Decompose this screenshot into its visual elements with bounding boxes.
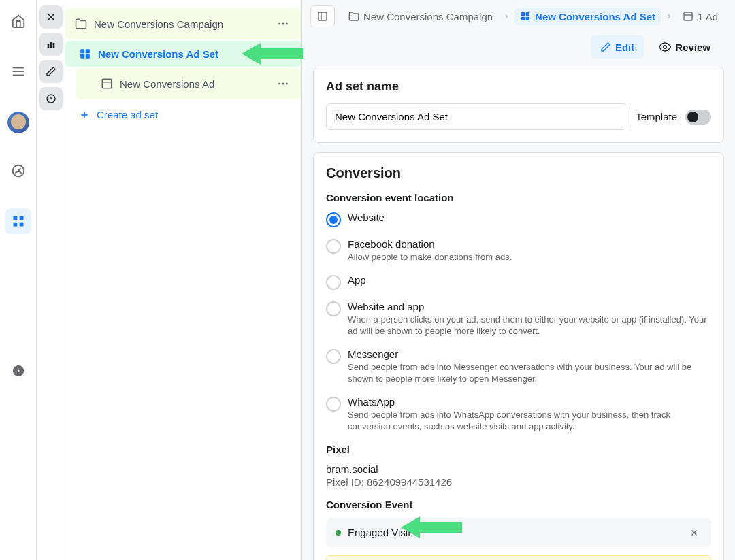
chevron-right-icon	[665, 12, 673, 20]
chevron-right-icon	[502, 12, 510, 20]
ad-icon	[683, 11, 693, 22]
conversion-card: Conversion Conversion event location Web…	[313, 152, 724, 560]
option-desc: Allow people to make donations from ads.	[348, 251, 512, 263]
radio-indicator	[326, 239, 341, 254]
review-button[interactable]: Review	[649, 35, 720, 59]
pixel-title: Pixel	[326, 444, 711, 455]
svg-point-25	[282, 83, 284, 85]
radio-indicator	[326, 397, 341, 412]
radio-indicator	[326, 349, 341, 364]
svg-rect-11	[50, 42, 52, 48]
svg-point-37	[664, 46, 667, 49]
radio-indicator	[326, 301, 341, 316]
breadcrumb-bar: New Conversions Campaign New Conversions…	[302, 0, 735, 33]
adset-name-title: Ad set name	[326, 80, 711, 94]
home-icon[interactable]	[5, 8, 31, 34]
clear-event-icon[interactable]	[687, 525, 702, 540]
eye-icon	[659, 41, 671, 53]
pencil-icon[interactable]	[39, 60, 63, 83]
svg-marker-21	[242, 43, 303, 65]
ios-warning: This event hasn't been prioritized for i…	[326, 555, 711, 560]
tree-campaign-label: New Conversions Campaign	[94, 18, 267, 30]
review-label: Review	[675, 42, 710, 53]
grid-icon[interactable]	[5, 208, 31, 234]
chart-icon[interactable]	[39, 33, 63, 56]
tree-ad-label: New Conversions Ad	[120, 78, 267, 90]
option-title: Facebook donation	[348, 238, 512, 250]
edit-label: Edit	[615, 42, 634, 53]
breadcrumb-adset-label: New Conversions Ad Set	[535, 11, 655, 22]
svg-point-15	[282, 23, 284, 25]
pixel-id: Pixel ID: 862409944531426	[326, 476, 711, 488]
tree-campaign-item[interactable]: New Conversions Campaign	[65, 8, 301, 39]
breadcrumb-campaign-label: New Conversions Campaign	[363, 11, 493, 22]
template-label: Template	[636, 111, 677, 122]
option-title: Website and app	[348, 301, 711, 312]
adset-grid-icon	[520, 11, 531, 22]
svg-rect-22	[102, 79, 112, 88]
breadcrumb-ad[interactable]: 1 Ad	[677, 8, 723, 25]
status-dot-icon	[336, 530, 341, 536]
create-adset-button[interactable]: Create ad set	[65, 101, 301, 129]
svg-rect-4	[13, 216, 17, 220]
conversion-location-title: Conversion event location	[326, 192, 711, 203]
conversion-title: Conversion	[326, 165, 711, 181]
svg-rect-20	[86, 54, 90, 59]
svg-point-14	[278, 23, 280, 25]
ad-icon	[101, 78, 113, 90]
svg-point-16	[286, 23, 288, 25]
more-icon[interactable]	[274, 75, 292, 93]
left-icon-rail	[0, 0, 37, 560]
breadcrumb-campaign[interactable]: New Conversions Campaign	[343, 8, 498, 25]
radio-website[interactable]: Website	[326, 212, 711, 227]
svg-rect-5	[19, 216, 23, 220]
conversion-event-value: Engaged Visit	[348, 527, 687, 538]
tree-ad-item[interactable]: New Conversions Ad	[76, 68, 301, 99]
menu-icon[interactable]	[5, 59, 31, 84]
pencil-icon	[600, 42, 611, 52]
svg-rect-31	[521, 12, 525, 16]
svg-rect-32	[526, 12, 529, 16]
edit-button[interactable]: Edit	[591, 35, 644, 59]
svg-rect-12	[52, 43, 54, 48]
svg-point-26	[286, 83, 288, 85]
conversion-event-title: Conversion Event	[326, 499, 711, 510]
svg-rect-34	[526, 17, 529, 20]
user-avatar[interactable]	[7, 112, 29, 133]
main-panel: New Conversions Campaign New Conversions…	[302, 0, 735, 560]
conversion-event-select[interactable]: Engaged Visit	[326, 518, 711, 547]
radio-messenger[interactable]: Messenger Send people from ads into Mess…	[326, 348, 711, 385]
option-title: App	[348, 274, 366, 286]
highlight-arrow-icon	[401, 515, 462, 540]
option-desc: Send people from ads into WhatsApp conve…	[348, 409, 711, 433]
svg-rect-18	[86, 49, 90, 53]
radio-website-and-app[interactable]: Website and app When a person clicks on …	[326, 301, 711, 337]
svg-rect-6	[13, 223, 17, 227]
radio-app[interactable]: App	[326, 274, 711, 290]
folder-icon	[348, 11, 359, 22]
more-icon[interactable]	[274, 15, 292, 33]
breadcrumb-adset[interactable]: New Conversions Ad Set	[514, 8, 661, 25]
plus-icon	[79, 110, 90, 120]
option-title: WhatsApp	[348, 396, 711, 408]
vertical-toolbar	[37, 0, 65, 560]
expand-rail-icon[interactable]	[13, 365, 24, 376]
option-title: Website	[348, 212, 385, 223]
pixel-name: bram.social	[326, 463, 711, 475]
template-toggle[interactable]	[685, 110, 711, 125]
collapse-panel-icon[interactable]	[310, 5, 335, 27]
svg-rect-29	[318, 12, 327, 20]
adset-name-input[interactable]	[326, 103, 627, 130]
tree-adset-item[interactable]: New Conversions Ad Set	[65, 41, 301, 67]
option-desc: Send people from ads into Messenger conv…	[348, 361, 711, 385]
radio-whatsapp[interactable]: WhatsApp Send people from ads into Whats…	[326, 396, 711, 433]
folder-icon	[75, 18, 87, 30]
radio-facebook-donation[interactable]: Facebook donation Allow people to make d…	[326, 238, 711, 263]
clock-icon[interactable]	[39, 87, 63, 110]
svg-rect-10	[47, 44, 49, 48]
breadcrumb-ad-label: 1 Ad	[698, 11, 718, 22]
gauge-icon[interactable]	[5, 158, 31, 184]
svg-rect-35	[684, 12, 692, 20]
close-icon[interactable]	[39, 5, 63, 29]
option-desc: When a person clicks on your ad, send th…	[348, 314, 711, 337]
